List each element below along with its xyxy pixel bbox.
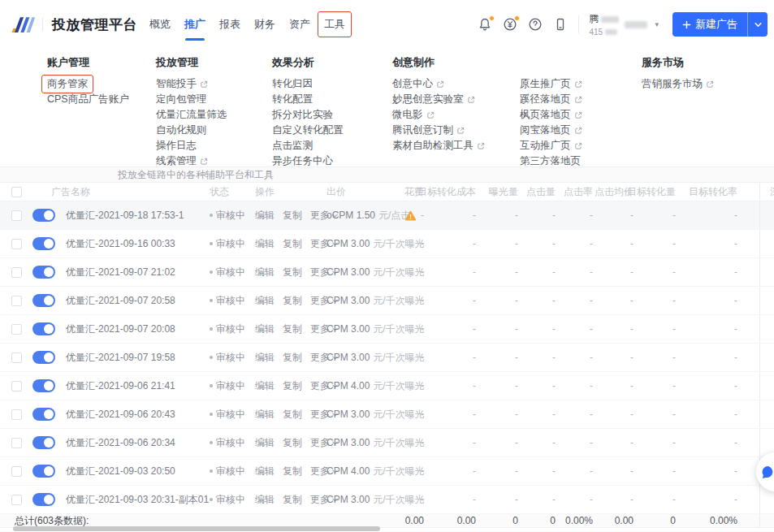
select-all-checkbox[interactable]: [11, 187, 22, 197]
menu-item[interactable]: 蹊径落地页: [520, 92, 582, 107]
menu-item[interactable]: 微电影: [392, 107, 435, 123]
ad-name[interactable]: 优量汇-2021-09-06 20:43: [66, 408, 175, 422]
menu-item[interactable]: 营销服务市场: [642, 76, 714, 92]
ad-name[interactable]: 优量汇-2021-09-07 21:02: [66, 266, 175, 279]
ad-name[interactable]: 优量汇-2021-09-07 20:08: [66, 322, 175, 336]
action-copy[interactable]: 复制: [283, 322, 302, 336]
nav-item-报表[interactable]: 报表: [219, 15, 240, 34]
nav-item-工具[interactable]: 工具: [324, 15, 345, 34]
ad-name[interactable]: 优量汇-2021-09-03 20:50: [66, 465, 175, 478]
action-copy[interactable]: 复制: [283, 408, 302, 422]
menu-item[interactable]: 第三方落地页: [520, 154, 581, 169]
row-checkbox[interactable]: [11, 438, 22, 448]
menu-item[interactable]: 腾讯创意订制: [392, 123, 465, 138]
menu-item[interactable]: 原生推广页: [520, 76, 582, 92]
menu-item[interactable]: 智能投手: [156, 76, 208, 92]
action-copy[interactable]: 复制: [283, 294, 302, 308]
ad-enable-toggle[interactable]: [32, 465, 55, 478]
horizontal-scrollbar-thumb[interactable]: [13, 526, 380, 531]
warning-icon[interactable]: [404, 210, 417, 222]
action-copy[interactable]: 复制: [283, 209, 302, 223]
menu-item[interactable]: 操作日志: [156, 138, 197, 154]
action-edit[interactable]: 编辑: [255, 379, 275, 393]
ad-enable-toggle[interactable]: [32, 237, 55, 250]
ad-name[interactable]: 优量汇-2021-09-03 20:31-副本01: [66, 493, 209, 507]
menu-item[interactable]: 转化配置: [272, 92, 313, 107]
help-icon[interactable]: [527, 16, 543, 32]
new-ad-dropdown-button[interactable]: [747, 12, 768, 37]
menu-item[interactable]: 自动化规则: [156, 123, 207, 138]
menu-item[interactable]: 拆分对比实验: [272, 107, 333, 123]
device-icon[interactable]: [552, 16, 569, 32]
nav-item-财务[interactable]: 财务: [254, 15, 275, 34]
menu-item[interactable]: 转化归因: [272, 76, 313, 92]
menu-item[interactable]: 优量汇流量筛选: [156, 107, 227, 123]
ad-name[interactable]: 优量汇-2021-09-16 00:33: [66, 237, 175, 251]
action-copy[interactable]: 复制: [283, 493, 302, 507]
action-edit[interactable]: 编辑: [255, 322, 275, 336]
action-copy[interactable]: 复制: [283, 436, 302, 450]
ad-enable-toggle[interactable]: [32, 209, 55, 222]
action-copy[interactable]: 复制: [283, 351, 302, 365]
row-checkbox[interactable]: [11, 381, 22, 391]
row-checkbox[interactable]: [11, 409, 22, 420]
menu-item[interactable]: 互动推广页: [520, 138, 582, 154]
action-copy[interactable]: 复制: [283, 465, 302, 478]
action-edit[interactable]: 编辑: [255, 209, 275, 223]
account-switcher[interactable]: 腾 415 ▾: [589, 12, 659, 37]
caret-down-icon[interactable]: ▾: [655, 20, 659, 28]
ad-enable-toggle[interactable]: [32, 493, 55, 506]
coin-icon[interactable]: [502, 16, 518, 32]
ad-name[interactable]: 优量汇-2021-09-06 20:34: [66, 436, 175, 450]
action-copy[interactable]: 复制: [283, 266, 302, 279]
ad-enable-toggle[interactable]: [32, 294, 55, 307]
ad-enable-toggle[interactable]: [32, 322, 55, 335]
nav-item-推广[interactable]: 推广: [184, 15, 205, 34]
action-copy[interactable]: 复制: [283, 237, 302, 251]
ad-name[interactable]: 优量汇-2021-09-07 20:58: [66, 294, 175, 308]
action-edit[interactable]: 编辑: [255, 351, 275, 365]
menu-item[interactable]: 妙思创意实验室: [392, 92, 475, 107]
ad-name[interactable]: 优量汇-2021-09-06 21:41: [66, 379, 175, 393]
action-edit[interactable]: 编辑: [255, 408, 275, 422]
ad-enable-toggle[interactable]: [32, 379, 55, 392]
metric-cell: -: [432, 486, 484, 513]
nav-item-概览[interactable]: 概览: [149, 15, 171, 34]
nav-item-资产[interactable]: 资产: [289, 15, 310, 34]
menu-item[interactable]: 阅宝落地页: [520, 123, 582, 138]
action-edit[interactable]: 编辑: [255, 294, 275, 308]
row-checkbox[interactable]: [11, 267, 22, 278]
ad-name[interactable]: 优量汇-2021-09-07 19:58: [66, 351, 175, 365]
row-checkbox[interactable]: [11, 466, 22, 477]
ad-enable-toggle[interactable]: [32, 408, 55, 421]
menu-item[interactable]: 商务管家: [47, 76, 88, 92]
row-checkbox[interactable]: [11, 239, 22, 249]
menu-item[interactable]: 创意中心: [392, 76, 444, 92]
metric-cell: -: [601, 457, 642, 485]
ad-name[interactable]: 优量汇-2021-09-18 17:53-1: [66, 209, 184, 223]
menu-item[interactable]: CPS商品广告账户: [47, 92, 129, 107]
row-checkbox[interactable]: [11, 495, 22, 505]
menu-item[interactable]: 素材自助检测工具: [392, 138, 485, 154]
ad-enable-toggle[interactable]: [32, 436, 55, 449]
menu-item[interactable]: 线索管理: [156, 154, 208, 169]
action-edit[interactable]: 编辑: [255, 266, 275, 279]
action-edit[interactable]: 编辑: [255, 436, 275, 450]
menu-item[interactable]: 定向包管理: [156, 92, 207, 107]
row-checkbox[interactable]: [11, 210, 22, 221]
action-edit[interactable]: 编辑: [255, 465, 275, 478]
action-copy[interactable]: 复制: [283, 379, 302, 393]
ad-enable-toggle[interactable]: [32, 266, 55, 279]
ad-enable-toggle[interactable]: [32, 351, 55, 364]
row-checkbox[interactable]: [11, 353, 22, 363]
action-edit[interactable]: 编辑: [255, 237, 275, 251]
menu-item[interactable]: 点击监测: [272, 138, 313, 154]
row-checkbox[interactable]: [11, 324, 22, 335]
bell-icon[interactable]: [477, 16, 493, 32]
menu-item[interactable]: 自定义转化配置: [272, 123, 344, 138]
menu-item[interactable]: 异步任务中心: [272, 154, 333, 169]
new-ad-button[interactable]: 新建广告: [672, 12, 747, 37]
menu-item[interactable]: 枫页落地页: [520, 107, 582, 123]
row-checkbox[interactable]: [11, 296, 22, 306]
action-edit[interactable]: 编辑: [255, 493, 275, 507]
